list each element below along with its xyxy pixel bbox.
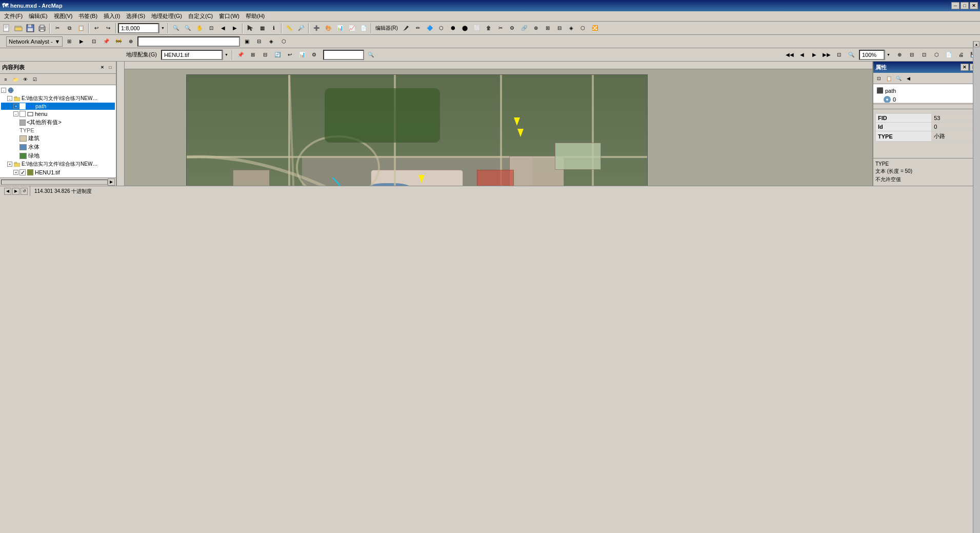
cut-button[interactable]: ✂ [52,23,63,34]
geo-tool5[interactable]: ↩ [284,49,295,61]
select-features-button[interactable]: ▦ [256,23,268,34]
minimize-button[interactable]: ─ [951,2,959,9]
toc-group1[interactable]: - E:\地信实习文件\综合练习NEW\综合练习 [1,94,115,103]
scale-input[interactable]: 1:8,000 [118,23,159,33]
close-button[interactable]: ✕ [970,2,978,9]
back-button[interactable]: ◀ [217,23,229,34]
chart-button[interactable]: 📈 [346,23,357,34]
geo-label[interactable]: 地理配集(G) [125,51,158,58]
na-dropdown[interactable] [137,36,240,47]
na-tool1[interactable]: ⊞ [64,36,75,47]
geo-zoom7[interactable]: ⊕ [894,49,905,61]
prop-tool4[interactable]: ◀ [904,74,913,83]
menu-insert[interactable]: 插入(I) [101,11,123,21]
layout-button[interactable]: 📄 [358,23,369,34]
toc-select-view-button[interactable]: ☑ [30,75,39,84]
pan-button[interactable]: ✋ [194,23,205,34]
toc-group1-expand[interactable]: - [7,96,12,101]
editor-tool1[interactable] [401,23,412,34]
menu-view[interactable]: 视图(V) [51,11,76,21]
geo-tool1[interactable]: 📌 [235,49,246,61]
toc-henu-group[interactable]: - henu [1,110,115,118]
editor-tool16[interactable]: ⬡ [577,23,589,34]
geo-zoom11[interactable]: 📄 [943,49,954,61]
toc-henu-checkbox[interactable] [19,111,26,117]
na-tool7[interactable]: ▣ [241,36,252,47]
toc-root[interactable]: - [1,86,115,94]
menu-edit[interactable]: 编辑(E) [26,11,51,21]
toc-hscroll[interactable] [1,180,108,185]
symbology-button[interactable]: 🎨 [323,23,334,34]
geo-zoom10[interactable]: ⬡ [931,49,942,61]
na-label[interactable]: Network Analyst - ▼ [6,36,63,47]
zoom-out-button[interactable]: 🔍 [182,23,193,34]
toc-henu-expand[interactable]: - [13,111,18,116]
table-button[interactable]: 📊 [334,23,346,34]
undo-button[interactable]: ↩ [91,23,102,34]
geo-file-arrow[interactable]: ▼ [223,50,230,60]
geo-tool8[interactable]: 🔍 [365,49,376,61]
toc-float-button[interactable]: □ [107,64,114,71]
menu-file[interactable]: 文件(F) [1,11,26,21]
toc-close-button[interactable]: ✕ [98,64,106,71]
toc-visible-view-button[interactable]: 👁 [21,75,30,84]
scale-percent-combo[interactable]: 100% [859,50,885,60]
geo-coord-input[interactable] [323,50,364,60]
na-tool4[interactable]: 📌 [101,36,112,47]
satellite-view[interactable]: 影像拍摄日期: 2015.10 东方 三峡 GBD2 31.31N83.4 经纬… [186,74,648,186]
new-button[interactable] [1,23,12,34]
prop-scrollbar[interactable]: ▲ ▼ [973,62,980,186]
measure-button[interactable]: 📏 [284,23,295,34]
geo-file-combo[interactable]: HENU1.tif [161,50,223,60]
paste-button[interactable]: 📋 [75,23,87,34]
menu-bookmarks[interactable]: 书签(B) [75,11,101,21]
na-tool9[interactable]: ◈ [266,36,277,47]
toc-header-buttons[interactable]: ✕ □ [98,64,114,71]
editor-tool7[interactable]: ⬜ [471,23,483,34]
title-bar-buttons[interactable]: ─ □ ✕ [951,2,978,9]
geo-tool3[interactable]: ⊟ [259,49,271,61]
na-tool2[interactable]: ▶ [76,36,87,47]
toc-path-layer[interactable]: + ✓ path [1,103,115,110]
zoom-in-button[interactable]: 🔍 [170,23,182,34]
save-button[interactable] [25,23,36,34]
geo-tool2[interactable]: ⊞ [247,49,258,61]
menu-help[interactable]: 帮助(H) [243,11,268,21]
restore-button[interactable]: □ [961,2,969,9]
menu-window[interactable]: 窗口(W) [216,11,243,21]
editor-tool15[interactable]: ◈ [566,23,577,34]
geo-zoom12[interactable]: 🖨 [955,49,967,61]
select-button[interactable] [245,23,256,34]
editor-tool6[interactable]: ⬤ [459,23,471,34]
editor-tool8[interactable]: 🗑 [483,23,494,34]
toc-path-checkbox[interactable]: ✓ [19,103,26,109]
editor-tool5[interactable]: ⬢ [448,23,459,34]
prop-vscroll[interactable]: ▲ ▼ [973,62,980,186]
add-data-button[interactable]: ➕ [311,23,322,34]
toc-source-view-button[interactable]: 📁 [11,75,20,84]
status-page-back[interactable]: ◀ [4,188,11,195]
geo-zoom4[interactable]: ▶▶ [821,49,832,61]
toc-scrollbar[interactable]: ▶ [0,177,116,186]
editor-tool14[interactable]: ⊟ [554,23,565,34]
editor-tool12[interactable]: ⊕ [530,23,542,34]
toc-henu1-tif[interactable]: + ✓ HENU1.tif [1,168,115,176]
na-tool5[interactable]: 🚧 [113,36,124,47]
toc-root-expand[interactable]: - [1,88,6,93]
toc-henu1-expand[interactable]: + [13,170,18,175]
toc-group2-expand[interactable]: + [7,162,12,167]
editor-tool17[interactable]: 🔀 [589,23,601,34]
identify-button[interactable]: ℹ [268,23,279,34]
status-page-fwd[interactable]: ▶ [12,188,19,195]
prop-tool3[interactable]: 🔍 [894,74,903,83]
prop-tool1[interactable]: ⊡ [874,74,884,83]
open-button[interactable] [13,23,24,34]
print-button[interactable] [36,23,48,34]
na-tool6[interactable]: ⊕ [125,36,136,47]
na-tool3[interactable]: ⊡ [88,36,99,47]
geo-tool6[interactable]: 📊 [296,49,308,61]
find-button[interactable]: 🔎 [295,23,307,34]
geo-zoom5[interactable]: ⊡ [833,49,845,61]
geo-zoom1[interactable]: ◀◀ [784,49,795,61]
status-refresh-button[interactable]: ↺ [21,188,28,195]
